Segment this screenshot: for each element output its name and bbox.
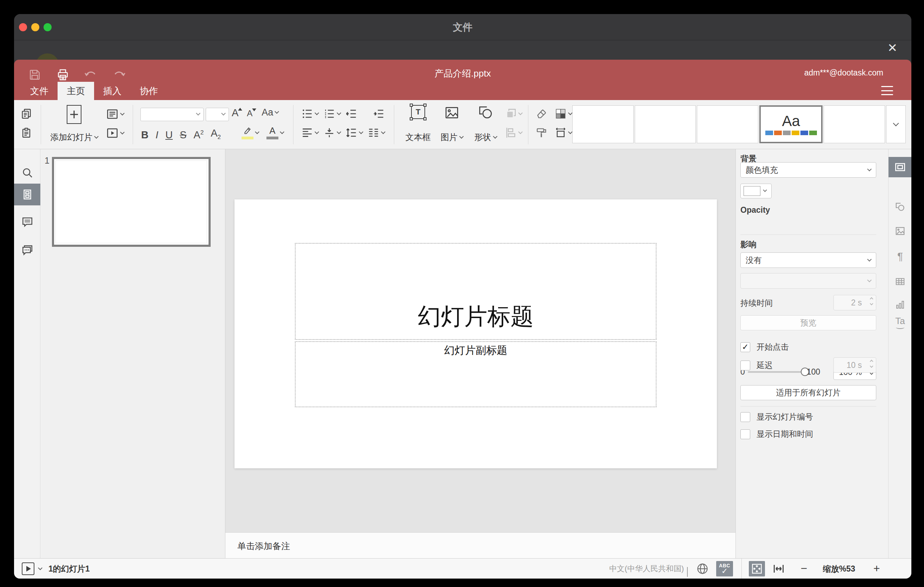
theme-gallery: Aa xyxy=(572,106,906,143)
horizontal-align-button[interactable] xyxy=(301,127,318,139)
screen: 文件 ✕ xyxy=(0,0,924,587)
vertical-align-button[interactable] xyxy=(323,127,340,139)
delay-spinbox[interactable]: 10 s xyxy=(833,358,876,373)
slide-size-button[interactable] xyxy=(555,127,572,139)
tab-insert[interactable]: 插入 xyxy=(94,82,130,100)
slide-canvas[interactable]: 幻灯片标题 幻灯片副标题 xyxy=(234,200,717,468)
language-caret-icon[interactable] xyxy=(687,567,688,577)
duration-label: 持续时间 xyxy=(741,298,773,308)
close-icon[interactable]: ✕ xyxy=(884,39,901,56)
paste-button[interactable] xyxy=(20,127,32,139)
start-preview-button[interactable] xyxy=(22,562,35,575)
align-shape-button[interactable] xyxy=(505,127,522,139)
superscript-button[interactable]: A2 xyxy=(193,130,204,140)
font-color-button[interactable]: A xyxy=(266,126,284,139)
change-case-button[interactable]: Aa xyxy=(262,108,279,117)
font-size-select[interactable] xyxy=(206,108,229,121)
effect-type-select[interactable] xyxy=(741,273,876,289)
spellcheck-button[interactable]: ABC ✓ xyxy=(716,561,733,577)
tab-home[interactable]: 主页 xyxy=(58,82,94,100)
fit-width-button[interactable] xyxy=(772,562,785,577)
show-slide-number-checkbox[interactable] xyxy=(741,412,750,422)
increase-font-button[interactable]: A xyxy=(232,108,238,118)
subtitle-placeholder[interactable]: 幻灯片副标题 xyxy=(295,341,657,407)
paragraph-settings-button[interactable]: ¶ xyxy=(889,246,911,267)
zoom-in-button[interactable]: + xyxy=(869,559,884,579)
start-on-click-row: ✓ 开始点击 xyxy=(741,341,789,353)
columns-button[interactable] xyxy=(368,127,385,139)
document-title: 产品介绍.pptx xyxy=(14,68,911,80)
underline-button[interactable]: U xyxy=(165,130,173,140)
arrange-shape-button[interactable] xyxy=(505,108,522,120)
decrease-font-button[interactable]: A xyxy=(247,108,252,118)
start-slideshow-button[interactable] xyxy=(106,127,124,139)
slide-layout-button[interactable] xyxy=(106,108,124,120)
dark-zone: ✕ xyxy=(14,41,911,60)
italic-button[interactable]: I xyxy=(155,130,158,140)
zoom-out-button[interactable]: − xyxy=(796,559,812,579)
notes-area[interactable]: 单击添加备注 xyxy=(225,532,736,558)
highlight-color-button[interactable] xyxy=(241,126,259,139)
slideshow-icon xyxy=(106,127,119,139)
chart-settings-button[interactable] xyxy=(889,295,911,315)
background-color-picker[interactable] xyxy=(741,184,772,198)
increase-indent-button[interactable] xyxy=(373,108,385,120)
subscript-button[interactable]: A2 xyxy=(211,128,221,140)
slide-number: 1 xyxy=(45,155,50,166)
opacity-slider[interactable] xyxy=(748,371,804,373)
background-fill-select[interactable]: 颜色填充 xyxy=(741,162,876,178)
shape-settings-button[interactable] xyxy=(889,197,911,217)
strikeout-button[interactable]: S xyxy=(180,130,186,140)
paint-roller-button[interactable] xyxy=(536,127,548,139)
effect-select[interactable]: 没有 xyxy=(741,252,876,268)
eraser-button[interactable] xyxy=(536,108,548,120)
editor-canvas[interactable]: 幻灯片标题 幻灯片副标题 xyxy=(225,149,736,532)
theme-cell[interactable] xyxy=(572,106,634,143)
add-slide-button[interactable]: 添加幻灯片 xyxy=(48,104,101,146)
bold-button[interactable]: B xyxy=(141,130,148,140)
chat-button[interactable] xyxy=(14,239,40,261)
insert-image-button[interactable]: 图片 xyxy=(437,104,467,146)
font-name-select[interactable] xyxy=(140,108,204,121)
preview-options-chevron-icon[interactable] xyxy=(38,566,43,570)
insert-textbox-button[interactable]: T 文本框 xyxy=(402,104,434,146)
copy-button[interactable] xyxy=(20,108,32,120)
comments-button[interactable] xyxy=(14,211,40,233)
decrease-indent-button[interactable] xyxy=(345,108,357,120)
theme-colors-button[interactable] xyxy=(555,108,572,120)
theme-gallery-expand-button[interactable] xyxy=(886,106,906,143)
apply-to-all-button[interactable]: 适用于所有幻灯片 xyxy=(741,385,876,400)
tab-file[interactable]: 文件 xyxy=(21,82,58,100)
add-slide-icon xyxy=(67,105,81,124)
duration-spinbox[interactable]: 2 s xyxy=(833,295,876,310)
menu-icon[interactable] xyxy=(881,86,893,95)
image-icon xyxy=(444,105,460,120)
textart-settings-button[interactable]: Ta xyxy=(889,312,911,333)
play-icon xyxy=(26,566,31,572)
shape-label: 形状 xyxy=(474,132,491,143)
theme-cell[interactable] xyxy=(697,106,758,143)
theme-cell[interactable] xyxy=(823,106,885,143)
title-placeholder[interactable]: 幻灯片标题 xyxy=(295,243,657,340)
slide-settings-button[interactable] xyxy=(889,157,911,177)
main-area: 1 幻灯片标题 幻灯片副标题 单击添加备注 背景 颜色填充 xyxy=(14,149,911,558)
search-button[interactable] xyxy=(14,162,40,184)
table-settings-button[interactable] xyxy=(889,271,911,292)
theme-cell[interactable] xyxy=(635,106,696,143)
image-settings-button[interactable] xyxy=(889,221,911,241)
preview-button[interactable]: 预览 xyxy=(741,315,876,330)
theme-cell-selected[interactable]: Aa xyxy=(759,106,823,143)
language-selector[interactable]: 中文(中华人民共和国) xyxy=(606,559,684,579)
show-datetime-checkbox[interactable] xyxy=(741,429,750,439)
slide-thumbnail[interactable] xyxy=(52,157,211,247)
set-language-button[interactable] xyxy=(696,562,709,577)
delay-checkbox[interactable] xyxy=(741,361,750,370)
tab-collaboration[interactable]: 协作 xyxy=(130,82,167,100)
start-on-click-checkbox[interactable]: ✓ xyxy=(741,342,750,352)
insert-shape-button[interactable]: 形状 xyxy=(470,104,501,146)
numbered-list-button[interactable] xyxy=(323,108,340,120)
line-spacing-button[interactable] xyxy=(345,127,363,139)
fit-slide-button[interactable] xyxy=(749,561,765,577)
slides-panel-button[interactable] xyxy=(14,184,40,205)
bullet-list-button[interactable] xyxy=(301,108,318,120)
